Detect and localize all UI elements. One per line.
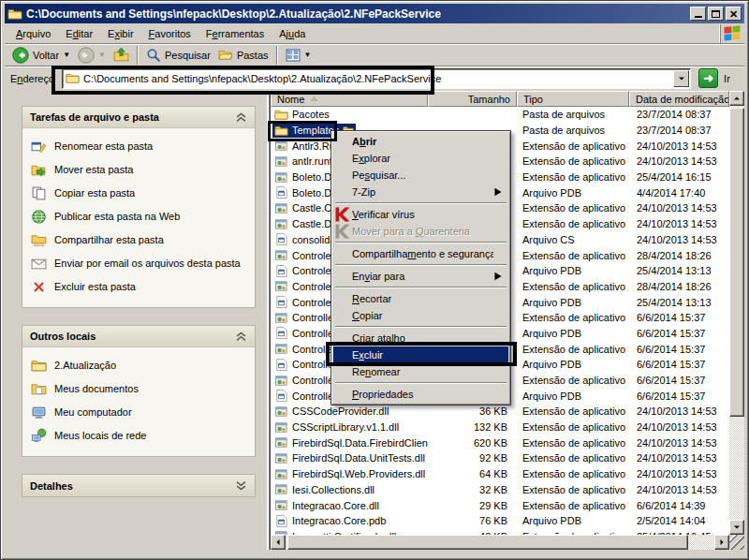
column-header-nome[interactable]: Nome: [271, 91, 428, 107]
task-item-share[interactable]: Compartilhar esta pasta: [31, 228, 251, 252]
file-name-wrap[interactable]: FirebirdSql.Data.UnitTests.dll: [272, 451, 427, 465]
file-name-wrap[interactable]: Controlle: [272, 342, 335, 356]
forward-dropdown-caret[interactable]: ▼: [98, 52, 106, 59]
up-button[interactable]: [110, 45, 133, 66]
file-row[interactable]: FirebirdSql.Web.Providers.dll64 KBExtens…: [271, 466, 729, 482]
menu-item-editar[interactable]: Editar: [58, 26, 100, 42]
context-menu-item-recortar[interactable]: Recortar: [333, 290, 508, 307]
task-item-mycomputer[interactable]: Meu computador: [31, 401, 251, 424]
file-name-wrap[interactable]: Controlle: [272, 389, 335, 403]
menu-item-favoritos[interactable]: Favoritos: [141, 26, 198, 42]
file-name-wrap[interactable]: CSSCodeProvider.dll: [272, 405, 390, 419]
menu-item-ferramentas[interactable]: Ferramentas: [198, 26, 272, 42]
chevron-up-icon[interactable]: [235, 111, 247, 124]
horizontal-scrollbar[interactable]: [271, 535, 729, 550]
horizontal-scroll-thumb[interactable]: [287, 535, 688, 550]
file-name-wrap[interactable]: Castle.Dy: [272, 217, 339, 231]
maximize-button[interactable]: [708, 7, 724, 21]
panel-details-header[interactable]: Detalhes: [22, 475, 255, 496]
context-menu-item-explorar[interactable]: Explorar: [333, 150, 508, 167]
scroll-right-button[interactable]: [714, 535, 729, 550]
task-item-rename[interactable]: Renomear esta pasta: [31, 135, 251, 158]
menu-item-exibir[interactable]: Exibir: [100, 26, 141, 42]
file-name-wrap[interactable]: ControleL: [272, 264, 339, 278]
context-menu-item-criar-atalho[interactable]: Criar atalho: [333, 330, 508, 346]
context-menu-item-copiar[interactable]: Copiar: [333, 307, 508, 324]
context-menu-item-verificar-v-rus[interactable]: Verificar vírus: [333, 206, 508, 223]
context-menu-item-renomear[interactable]: Renomear: [333, 363, 508, 380]
menu-item-arquivo[interactable]: Arquivo: [8, 26, 58, 42]
resize-grip[interactable]: [729, 535, 744, 550]
file-row[interactable]: Integracao.Core.pdb76 KBArquivo PDB2/5/2…: [271, 513, 729, 529]
file-row[interactable]: PacotesPasta de arquivos23/7/2014 08:37: [271, 107, 729, 123]
task-item-copy[interactable]: Copiar esta pasta: [31, 182, 251, 205]
task-item-globe[interactable]: Publicar esta pasta na Web: [31, 205, 251, 228]
vertical-scrollbar[interactable]: [729, 91, 744, 535]
scroll-left-button[interactable]: [271, 535, 286, 550]
chevron-up-icon[interactable]: [235, 331, 247, 343]
file-name-wrap[interactable]: FirebirdSql.Web.Providers.dll: [272, 467, 427, 481]
views-dropdown-caret[interactable]: ▼: [304, 52, 312, 59]
scroll-up-button[interactable]: [729, 91, 744, 106]
file-name-wrap[interactable]: Integracao.Core.dll: [272, 498, 381, 512]
file-row[interactable]: CSSCodeProvider.dll36 KBExtensão de apli…: [271, 404, 729, 420]
file-name-wrap[interactable]: Castle.Co: [272, 201, 339, 215]
task-item-move[interactable]: Mover esta pasta: [31, 158, 251, 182]
file-row[interactable]: FirebirdSql.Data.UnitTests.dll92 KBExten…: [271, 450, 729, 466]
file-name-wrap[interactable]: antlr.runt: [272, 155, 334, 169]
scroll-down-button[interactable]: [729, 520, 744, 535]
file-row[interactable]: Iesi.Collections.dll32 KBExtensão de apl…: [271, 482, 729, 498]
file-name-wrap[interactable]: Integracao.Core.pdb: [272, 514, 388, 528]
file-row[interactable]: FirebirdSql.Data.FirebirdClient...620 KB…: [271, 435, 729, 450]
file-name-wrap[interactable]: Boleto.Do: [272, 185, 339, 199]
horizontal-scroll-track[interactable]: [286, 535, 714, 550]
go-button[interactable]: ➜: [698, 68, 718, 88]
context-menu-item-abrir[interactable]: Abrir: [333, 133, 508, 150]
context-menu-item-excluir[interactable]: Excluir: [333, 346, 508, 363]
file-name-wrap[interactable]: Controlle: [272, 311, 335, 325]
views-button[interactable]: ▼: [282, 45, 316, 66]
file-row[interactable]: CSScriptLibrary.v1.1.dll132 KBExtensão d…: [271, 420, 729, 435]
forward-button[interactable]: ▼: [74, 45, 110, 66]
file-name-wrap[interactable]: Iesi.Collections.dll: [272, 482, 376, 496]
menu-item-ajuda[interactable]: Ajuda: [272, 26, 313, 42]
search-button[interactable]: Pesquisar: [142, 45, 214, 66]
address-dropdown-button[interactable]: [673, 70, 689, 87]
file-row[interactable]: Integracao.Core.dll29 KBExtensão de apli…: [271, 497, 729, 513]
task-item-folder[interactable]: 2.Atualização: [31, 354, 251, 377]
vertical-scroll-thumb[interactable]: [729, 108, 744, 417]
file-name-wrap[interactable]: ControleL: [272, 279, 339, 293]
file-name-wrap[interactable]: ControleL: [272, 295, 339, 309]
file-name-wrap[interactable]: FirebirdSql.Data.FirebirdClient...: [272, 435, 428, 449]
panel-file-tasks-header[interactable]: Tarefas de arquivo e pasta: [22, 107, 255, 128]
task-item-mydocs[interactable]: Meus documentos: [31, 377, 251, 401]
task-item-delete[interactable]: Excluir esta pasta: [31, 275, 251, 299]
file-name-wrap[interactable]: Controlle: [272, 374, 335, 388]
context-menu-item-propriedades[interactable]: Propriedades: [333, 386, 508, 403]
close-button[interactable]: ✕: [726, 7, 742, 21]
file-name-wrap[interactable]: Antlr3.Ru: [272, 139, 337, 153]
file-name-wrap[interactable]: Boleto.Do: [272, 170, 339, 184]
context-menu-item-pesquisar[interactable]: Pesquisar...: [333, 167, 508, 184]
task-item-network[interactable]: Meus locais de rede: [31, 424, 251, 448]
column-header-tipo[interactable]: Tipo: [517, 91, 629, 107]
column-header-data[interactable]: Data de modificação: [629, 91, 729, 107]
vertical-scroll-track[interactable]: [729, 106, 744, 520]
context-menu-item-enviar-para[interactable]: Enviar para: [333, 268, 508, 285]
back-button[interactable]: Voltar ▼: [8, 45, 74, 66]
context-menu-item-7-zip[interactable]: 7-Zip: [333, 184, 508, 200]
file-name-wrap[interactable]: ControleL: [272, 248, 339, 262]
back-dropdown-caret[interactable]: ▼: [63, 52, 70, 59]
file-name-wrap[interactable]: CSScriptLibrary.v1.1.dll: [272, 420, 401, 435]
chevron-down-icon[interactable]: [235, 479, 247, 492]
file-name-wrap[interactable]: Controlle: [272, 358, 335, 372]
file-name-wrap[interactable]: Pacotes: [272, 108, 331, 122]
file-name-wrap[interactable]: Controlle: [272, 326, 335, 340]
task-item-email[interactable]: Enviar por email os arquivos desta pasta: [31, 252, 251, 275]
folders-button[interactable]: Pastas: [214, 45, 272, 66]
column-header-tamanho[interactable]: Tamanho: [428, 91, 517, 107]
address-input[interactable]: C:\Documents and Settings\nfepack\Deskto…: [83, 73, 690, 84]
context-menu-item-compartilhamento-e-seguran-a[interactable]: Compartilhamento e segurança...: [333, 245, 508, 262]
address-combo[interactable]: C:\Documents and Settings\nfepack\Deskto…: [62, 68, 691, 89]
minimize-button[interactable]: [690, 7, 706, 21]
